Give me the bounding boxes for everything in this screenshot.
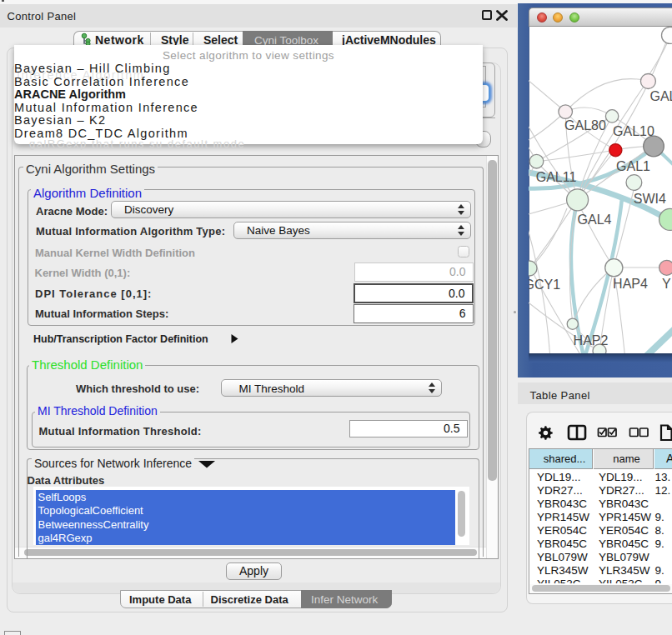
- svg-text:HAP2: HAP2: [574, 333, 609, 348]
- svg-text:GAL1: GAL1: [616, 159, 650, 173]
- svg-text:GCY1: GCY1: [529, 278, 560, 292]
- svg-text:GAL7: GAL7: [650, 89, 672, 103]
- svg-text:GAL4: GAL4: [578, 212, 612, 227]
- svg-text:GAL11: GAL11: [536, 170, 577, 184]
- svg-text:GAL80: GAL80: [564, 118, 606, 132]
- svg-text:Y: Y: [662, 277, 671, 291]
- svg-text:GAL10: GAL10: [613, 124, 654, 138]
- svg-text:SWI4: SWI4: [634, 192, 666, 206]
- svg-text:HAP4: HAP4: [613, 277, 648, 291]
